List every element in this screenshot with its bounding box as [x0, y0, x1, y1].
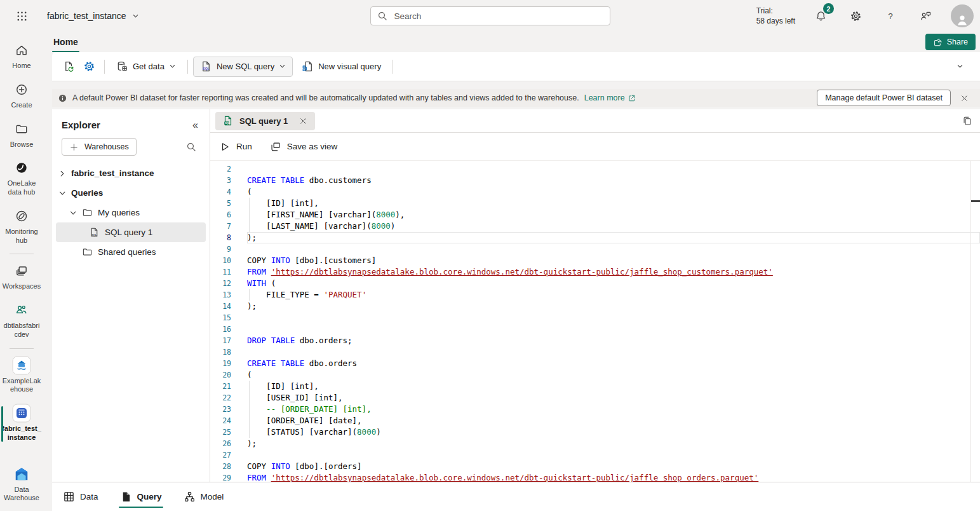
search-input[interactable] — [393, 11, 603, 22]
warehouse-settings-button[interactable] — [79, 57, 99, 77]
code-line[interactable]: 18 — [210, 346, 980, 358]
manage-dataset-button[interactable]: Manage default Power BI dataset — [817, 90, 951, 106]
tree-item-label: SQL query 1 — [105, 228, 152, 237]
code-text: -- [ORDER_DATE] [int], — [247, 404, 980, 415]
add-warehouses-button[interactable]: Warehouses — [62, 138, 137, 156]
sql-file-icon: SQL — [222, 115, 234, 126]
sidebar-item-onelake-data-hub[interactable]: OneLake data hub — [0, 154, 43, 203]
code-token: FILE_TYPE = — [247, 290, 323, 299]
tree-item-sql-query-1[interactable]: SQLSQL query 1 — [56, 222, 206, 242]
database-icon — [116, 60, 128, 72]
code-line[interactable]: 26); — [210, 438, 980, 449]
code-line[interactable]: 17DROP TABLE dbo.orders; — [210, 335, 980, 346]
code-line[interactable]: 29FROM 'https://dbtlabsynapsedatalake.bl… — [210, 472, 980, 482]
code-text: [FIRST_NAME] [varchar](8000), — [247, 209, 980, 221]
collapse-panel-button[interactable]: « — [192, 120, 198, 130]
tree-item-queries[interactable]: Queries — [56, 183, 206, 203]
explorer-search-icon[interactable] — [186, 142, 197, 153]
code-line[interactable]: 22 [USER_ID] [int], — [210, 392, 980, 404]
code-line[interactable]: 27 — [210, 449, 980, 461]
code-line[interactable]: 4( — [210, 186, 980, 198]
learn-more-link[interactable]: Learn more — [584, 93, 636, 102]
code-line[interactable]: 13 FILE_TYPE = 'PARQUET' — [210, 289, 980, 301]
code-token: [ID] [int], — [247, 198, 319, 208]
sidebar-item-workspaces[interactable]: Workspaces — [0, 257, 43, 297]
sidebar-item-dbtlabsfabricdev[interactable]: dbtlabsfabricdev — [0, 297, 43, 345]
refresh-button[interactable] — [58, 57, 79, 77]
sidebar-item-label: Browse — [10, 140, 34, 149]
code-token: DROP — [247, 336, 266, 345]
code-line[interactable]: 16 — [210, 324, 980, 335]
code-line[interactable]: 23 -- [ORDER_DATE] [int], — [210, 404, 980, 415]
line-number: 23 — [210, 404, 247, 415]
sidebar-item-home[interactable]: Home — [0, 37, 43, 76]
settings-button[interactable] — [846, 6, 865, 25]
feedback-icon — [920, 10, 932, 22]
code-line[interactable]: 7 [LAST_NAME] [varchar](8000) — [210, 221, 980, 232]
toolbar-collapse-chevron-icon[interactable] — [957, 63, 963, 70]
copy-icon[interactable] — [962, 116, 972, 126]
code-line[interactable]: 15 — [210, 312, 980, 324]
tree-item-shared-queries[interactable]: Shared queries — [56, 242, 206, 262]
tree-item-label: My queries — [98, 208, 140, 217]
code-editor[interactable]: 23CREATE TABLE dbo.customers4(5 [ID] [in… — [210, 161, 980, 482]
code-line[interactable]: 24 [ORDER_DATE] [date], — [210, 415, 980, 426]
sidebar-item-fabric-test-instance[interactable]: fabric_test_instance — [0, 400, 43, 448]
workspaces-icon — [15, 262, 29, 279]
feedback-button[interactable] — [916, 6, 935, 25]
tab-query[interactable]: Query — [119, 482, 163, 511]
notifications-button[interactable]: 2 — [811, 6, 830, 25]
code-line[interactable]: 10COPY INTO [dbo].[customers] — [210, 255, 980, 266]
code-line[interactable]: 19CREATE TABLE dbo.orders — [210, 358, 980, 369]
sidebar-item-monitoring-hub[interactable]: Monitoring hub — [0, 203, 43, 251]
sidebar-item-browse[interactable]: Browse — [0, 116, 43, 155]
code-line[interactable]: 14); — [210, 301, 980, 312]
code-token — [276, 175, 281, 185]
tree-item-my-queries[interactable]: My queries — [56, 203, 206, 222]
share-button[interactable]: Share — [925, 34, 976, 50]
tree-item-fabric-test-instance[interactable]: fabric_test_instance — [56, 163, 206, 183]
sidebar-item-data-warehouse[interactable]: Data Warehouse — [0, 461, 43, 509]
chevron-right-icon — [58, 170, 66, 177]
save-as-view-button[interactable]: Save as view — [270, 141, 338, 153]
sidebar-item-examplelakehouse[interactable]: ExampleLakehouse — [0, 352, 43, 400]
line-number: 14 — [210, 301, 247, 312]
line-number: 29 — [210, 472, 247, 482]
query-tab-sql-query-1[interactable]: SQL SQL query 1 — [215, 112, 315, 130]
home-icon — [15, 42, 29, 58]
notification-badge: 2 — [823, 3, 834, 14]
help-button[interactable]: ? — [881, 6, 900, 25]
code-line[interactable]: 6 [FIRST_NAME] [varchar](8000), — [210, 209, 980, 221]
code-line[interactable]: 5 [ID] [int], — [210, 198, 980, 209]
code-line[interactable]: 11FROM 'https://dbtlabsynapsedatalake.bl… — [210, 266, 980, 278]
warehouse-icon — [12, 405, 31, 421]
workspace-switcher[interactable]: fabric_test_instance — [47, 11, 139, 21]
new-sql-query-button[interactable]: SQL New SQL query — [193, 57, 293, 77]
code-line[interactable]: 3CREATE TABLE dbo.customers — [210, 175, 980, 186]
avatar[interactable] — [951, 4, 974, 27]
new-visual-query-button[interactable]: New visual query — [295, 57, 387, 77]
close-tab-icon[interactable] — [299, 116, 308, 126]
code-line[interactable]: 25 [STATUS] [varchar](8000) — [210, 426, 980, 438]
code-line[interactable]: 12WITH ( — [210, 278, 980, 289]
sidebar-item-create[interactable]: Create — [0, 76, 43, 116]
code-line[interactable]: 9 — [210, 243, 980, 255]
run-icon — [219, 141, 231, 153]
code-token: dbo.orders — [304, 358, 357, 368]
code-line[interactable]: 20( — [210, 369, 980, 381]
scrollbar-mark[interactable] — [971, 200, 980, 202]
code-line[interactable]: 28COPY INTO [dbo].[orders] — [210, 461, 980, 472]
app-launcher-button[interactable] — [10, 4, 33, 27]
line-number: 2 — [210, 163, 247, 175]
tab-home[interactable]: Home — [52, 32, 79, 52]
get-data-button[interactable]: Get data — [110, 57, 182, 77]
code-line[interactable]: 2 — [210, 163, 980, 175]
code-text: FROM 'https://dbtlabsynapsedatalake.blob… — [247, 472, 980, 482]
tab-model[interactable]: Model — [182, 482, 225, 511]
banner-close-button[interactable] — [956, 90, 972, 106]
code-token: ( — [266, 278, 276, 288]
run-button[interactable]: Run — [219, 141, 252, 153]
code-line[interactable]: 8); — [210, 232, 980, 243]
code-line[interactable]: 21 [ID] [int], — [210, 381, 980, 392]
tab-data[interactable]: Data — [62, 482, 100, 511]
